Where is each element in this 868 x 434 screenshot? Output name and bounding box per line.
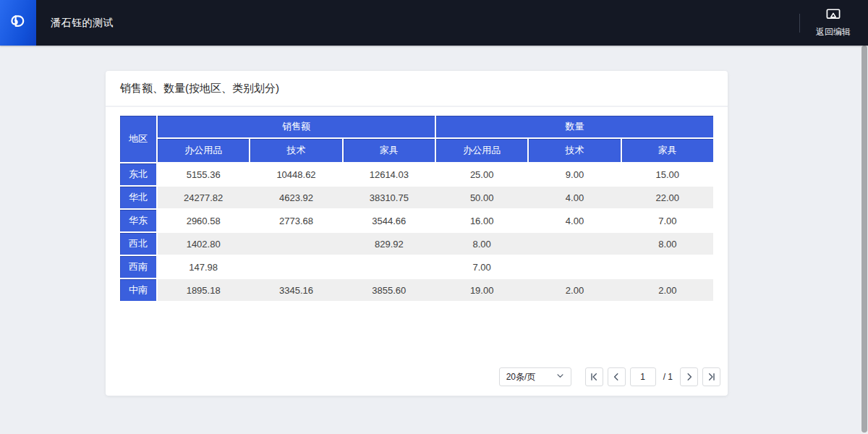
- group-header-2: 数量: [436, 116, 713, 137]
- pagination-bar: 20条/页 / 1: [499, 367, 720, 386]
- table-row: 1402.80829.928.008.00: [158, 233, 713, 255]
- value-cell: [529, 233, 620, 255]
- region-row-header: 西南: [120, 256, 156, 278]
- value-cell: 7.00: [436, 256, 527, 278]
- table-row: 24277.824623.9238310.7550.004.0022.00: [158, 187, 713, 208]
- last-page-button[interactable]: [702, 367, 720, 386]
- sub-header: 办公用品: [158, 139, 249, 162]
- group-header-1: 销售额: [158, 116, 435, 137]
- value-cell: 50.00: [436, 187, 527, 208]
- page-number-input[interactable]: [630, 367, 656, 386]
- value-cell: 4623.92: [250, 187, 341, 208]
- value-cell: 8.00: [436, 233, 527, 255]
- page-total-label: / 1: [663, 372, 673, 382]
- value-cell: 9.00: [529, 163, 620, 185]
- value-cell: 1402.80: [158, 233, 249, 255]
- scrollbar-thumb[interactable]: [861, 46, 867, 433]
- value-cell: 2.00: [622, 279, 713, 301]
- value-cell: 8.00: [622, 233, 713, 255]
- table-row: 5155.3610448.6212614.0325.009.0015.00: [158, 163, 713, 185]
- value-cell: 19.00: [436, 279, 527, 301]
- page-size-select[interactable]: 20条/页: [499, 367, 571, 386]
- value-cell: 22.00: [622, 187, 713, 208]
- value-cell: 12614.03: [344, 163, 435, 185]
- dashboard-title: 潘石钰的测试: [51, 17, 114, 30]
- table-row: 1895.183345.163855.6019.002.002.00: [158, 279, 713, 301]
- exit-preview-icon: [825, 8, 841, 24]
- topbar: 潘石钰的测试 返回编辑: [0, 0, 868, 46]
- first-page-button[interactable]: [585, 367, 603, 386]
- value-cell: 3855.60: [344, 279, 435, 301]
- region-row-header: 华东: [120, 210, 156, 231]
- logo-d-icon: [9, 12, 28, 34]
- sub-header: 办公用品: [436, 139, 527, 162]
- card-title: 销售额、数量(按地区、类别划分): [120, 82, 279, 95]
- app-logo[interactable]: [0, 0, 36, 46]
- sub-header: 家具: [344, 139, 435, 162]
- chevron-down-icon: [556, 372, 564, 382]
- value-cell: 16.00: [436, 210, 527, 231]
- value-cell: 147.98: [158, 256, 249, 278]
- value-cell: 10448.62: [250, 163, 341, 185]
- value-cell: 2960.58: [158, 210, 249, 231]
- back-to-edit-label: 返回编辑: [816, 26, 851, 38]
- value-cell: 24277.82: [158, 187, 249, 208]
- region-corner-header: 地区: [120, 116, 156, 162]
- sub-header: 技术: [250, 139, 341, 162]
- value-cell: 3544.66: [344, 210, 435, 231]
- back-to-edit-button[interactable]: 返回编辑: [816, 8, 851, 38]
- value-cell: 2773.68: [250, 210, 341, 231]
- region-row-header: 中南: [120, 279, 156, 301]
- value-cell: 4.00: [529, 187, 620, 208]
- value-cell: 5155.36: [158, 163, 249, 185]
- value-cell: 3345.16: [250, 279, 341, 301]
- value-cell: [250, 233, 341, 255]
- value-cell: 2.00: [529, 279, 620, 301]
- value-cell: 1895.18: [158, 279, 249, 301]
- value-cell: [622, 256, 713, 278]
- page-size-value: 20条/页: [506, 371, 536, 383]
- table-row: 147.987.00: [158, 256, 713, 278]
- table-row: 2960.582773.683544.6616.004.007.00: [158, 210, 713, 231]
- value-cell: [344, 256, 435, 278]
- value-cell: 15.00: [622, 163, 713, 185]
- value-cell: 4.00: [529, 210, 620, 231]
- value-cell: 25.00: [436, 163, 527, 185]
- region-row-header: 西北: [120, 233, 156, 255]
- prev-page-button[interactable]: [608, 367, 626, 386]
- chart-card: 销售额、数量(按地区、类别划分) 地区销售额数量办公用品技术家具办公用品技术家具…: [106, 71, 728, 396]
- sub-header: 家具: [622, 139, 713, 162]
- value-cell: 7.00: [622, 210, 713, 231]
- pivot-table: 地区销售额数量办公用品技术家具办公用品技术家具东北5155.3610448.62…: [120, 116, 713, 301]
- value-cell: [529, 256, 620, 278]
- topbar-actions: 返回编辑: [799, 0, 868, 46]
- next-page-button[interactable]: [680, 367, 698, 386]
- value-cell: [250, 256, 341, 278]
- value-cell: 829.92: [344, 233, 435, 255]
- region-row-header: 东北: [120, 163, 156, 185]
- value-cell: 38310.75: [344, 187, 435, 208]
- region-row-header: 华北: [120, 187, 156, 208]
- sub-header: 技术: [529, 139, 620, 162]
- card-title-row: 销售额、数量(按地区、类别划分): [106, 71, 728, 107]
- topbar-divider: [799, 14, 800, 33]
